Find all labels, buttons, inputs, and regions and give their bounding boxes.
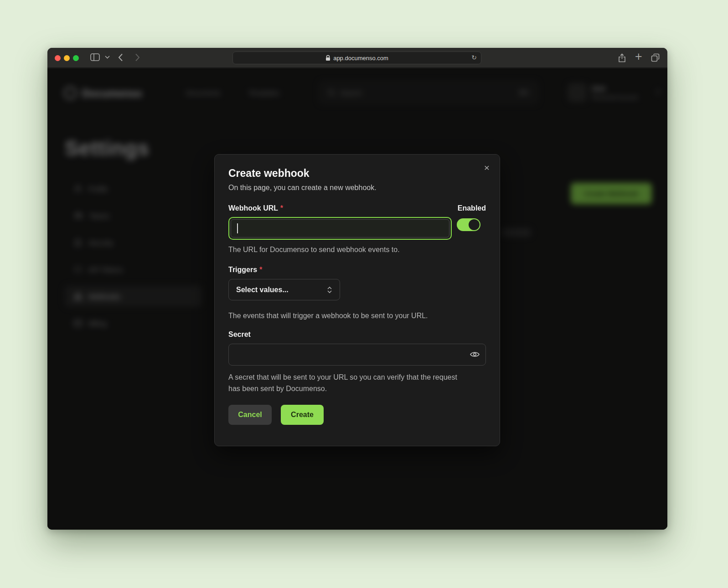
- lock-icon: [325, 55, 330, 61]
- new-tab-icon[interactable]: +: [635, 52, 643, 62]
- secret-field[interactable]: [228, 344, 486, 366]
- secret-label: Secret: [228, 330, 486, 339]
- create-webhook-dialog: × Create webhook On this page, you can c…: [214, 154, 500, 446]
- enabled-label: Enabled: [458, 204, 486, 212]
- browser-window: app.documenso.com ↻ + Documenso Document…: [47, 48, 667, 530]
- address-bar[interactable]: app.documenso.com ↻: [232, 52, 481, 64]
- dialog-description: On this page, you can create a new webho…: [228, 184, 486, 192]
- page-content: Documenso Documents Templates Search ⌘K …: [47, 68, 667, 530]
- webhook-url-label: Webhook URL*: [228, 204, 283, 212]
- back-button[interactable]: [118, 53, 123, 62]
- secret-helper: A secret that will be sent to your URL s…: [228, 371, 468, 394]
- chevron-down-icon[interactable]: [105, 56, 110, 59]
- close-icon[interactable]: ×: [484, 163, 490, 172]
- sidebar-toggle-icon[interactable]: [90, 53, 100, 61]
- browser-toolbar: app.documenso.com ↻ +: [47, 48, 667, 68]
- minimize-window-button[interactable]: [64, 55, 70, 61]
- webhook-url-input[interactable]: [228, 217, 452, 240]
- toggle-knob: [469, 219, 480, 230]
- url-text: app.documenso.com: [333, 55, 388, 62]
- triggers-label: Triggers*: [228, 266, 486, 274]
- reload-icon[interactable]: ↻: [471, 54, 477, 61]
- required-asterisk: *: [259, 266, 262, 273]
- triggers-select-placeholder: Select values...: [236, 286, 289, 294]
- dialog-title: Create webhook: [228, 167, 486, 180]
- eye-icon[interactable]: [470, 351, 480, 360]
- enabled-toggle[interactable]: [457, 218, 480, 231]
- chevrons-up-down-icon: [327, 286, 332, 294]
- triggers-helper: The events that will trigger a webhook t…: [228, 312, 486, 320]
- tab-overview-icon[interactable]: [651, 53, 660, 62]
- create-button[interactable]: Create: [281, 405, 324, 425]
- required-asterisk: *: [280, 204, 283, 212]
- close-window-button[interactable]: [55, 55, 61, 61]
- share-icon[interactable]: [618, 53, 626, 62]
- cancel-button[interactable]: Cancel: [228, 405, 272, 425]
- webhook-url-helper: The URL for Documenso to send webhook ev…: [228, 246, 486, 254]
- webhook-url-field[interactable]: [238, 220, 449, 237]
- zoom-window-button[interactable]: [73, 55, 79, 61]
- triggers-select[interactable]: Select values...: [228, 279, 340, 300]
- forward-button[interactable]: [135, 53, 140, 62]
